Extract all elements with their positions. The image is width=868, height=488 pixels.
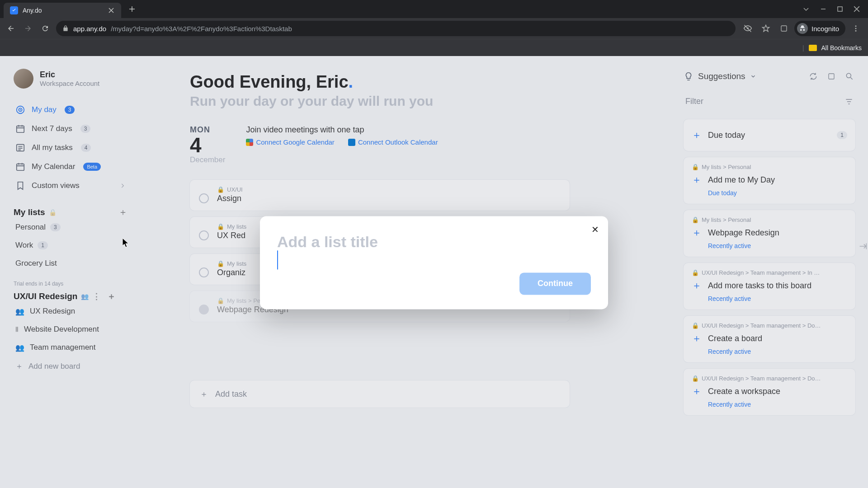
maximize-icon[interactable]	[837, 6, 843, 12]
tab-title: Any.do	[23, 7, 103, 14]
new-tab-button[interactable]	[126, 3, 138, 15]
bookmarks-folder-icon	[809, 45, 817, 51]
tab-favicon	[10, 6, 18, 14]
browser-toolbar: app.any.do/myday?d=anydo%3A%2F%2Fanydo%3…	[0, 18, 868, 39]
forward-button	[22, 22, 34, 35]
svg-point-3	[855, 28, 857, 29]
reload-button[interactable]	[39, 22, 52, 35]
viewport: Eric Workspace Account My day 3 Next 7 d…	[0, 56, 868, 488]
add-list-modal: ✕ Continue	[260, 216, 608, 309]
tab-search-icon[interactable]	[803, 6, 809, 12]
svg-point-2	[855, 25, 857, 27]
text-cursor	[277, 250, 278, 269]
svg-rect-0	[838, 7, 842, 11]
minimize-icon[interactable]	[820, 6, 826, 12]
url-host: app.any.do	[73, 25, 106, 33]
lock-icon	[62, 25, 69, 32]
tab-close-icon[interactable]	[108, 7, 115, 14]
browser-tab-active[interactable]: Any.do	[4, 3, 121, 18]
tracking-icon[interactable]	[740, 21, 755, 36]
modal-close-icon[interactable]: ✕	[591, 224, 599, 235]
close-window-icon[interactable]	[854, 6, 860, 12]
svg-point-4	[855, 30, 857, 32]
all-bookmarks-link[interactable]: All Bookmarks	[821, 44, 862, 52]
bookmarks-bar: | All Bookmarks	[0, 39, 868, 56]
url-path: /myday?d=anydo%3A%2F%2Fanydo%3Faction%3D…	[111, 25, 292, 33]
bookmark-star-icon[interactable]	[758, 21, 774, 36]
incognito-icon	[797, 23, 808, 34]
address-bar[interactable]: app.any.do/myday?d=anydo%3A%2F%2Fanydo%3…	[56, 21, 736, 36]
list-title-input[interactable]	[277, 233, 591, 251]
incognito-badge[interactable]: Incognito	[794, 21, 845, 36]
browser-tab-strip: Any.do	[0, 0, 868, 18]
chrome-menu-icon[interactable]	[848, 21, 863, 36]
back-button[interactable]	[5, 22, 17, 35]
window-controls	[803, 6, 864, 12]
continue-button[interactable]: Continue	[519, 272, 591, 295]
toolbar-right: Incognito	[740, 21, 863, 36]
incognito-label: Incognito	[811, 25, 839, 33]
extensions-icon[interactable]	[776, 21, 792, 36]
svg-rect-1	[781, 26, 787, 31]
